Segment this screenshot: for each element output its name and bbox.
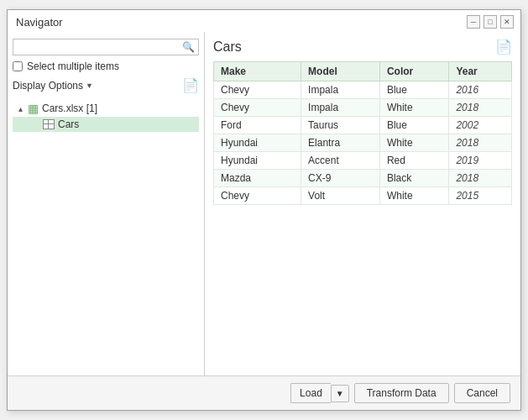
- expand-icon: ▴: [16, 104, 24, 113]
- tree-area: ▴ ▦ Cars.xlsx [1] Cars: [13, 100, 199, 370]
- cell-color: Red: [379, 152, 448, 170]
- display-options-button[interactable]: Display Options ▼: [13, 80, 93, 92]
- right-header: Cars 📄: [213, 39, 512, 55]
- minimize-button[interactable]: ─: [467, 15, 480, 29]
- cell-year: 2015: [449, 187, 512, 205]
- table-row: FordTaurusBlue2002: [214, 117, 512, 134]
- navigator-window: Navigator ─ □ ✕ 🔍 Select multiple items …: [7, 9, 521, 411]
- cell-color: Blue: [379, 117, 448, 134]
- right-panel: Cars 📄 Make Model Color Year ChevyImpala…: [205, 32, 520, 375]
- main-content: 🔍 Select multiple items Display Options …: [8, 32, 520, 375]
- col-color: Color: [379, 62, 448, 81]
- select-multiple-row: Select multiple items: [13, 60, 199, 72]
- search-icon[interactable]: 🔍: [182, 41, 195, 53]
- cell-year: 2019: [449, 152, 512, 170]
- tree-item-cars[interactable]: Cars: [13, 117, 199, 132]
- title-bar: Navigator ─ □ ✕: [8, 10, 520, 32]
- cell-model: Elantra: [301, 134, 380, 152]
- load-button[interactable]: Load: [290, 383, 331, 403]
- cell-color: White: [379, 187, 448, 205]
- cell-color: Black: [379, 170, 448, 187]
- table-row: ChevyVoltWhite2015: [214, 187, 512, 205]
- cell-make: Chevy: [214, 187, 301, 205]
- window-title: Navigator: [16, 16, 63, 29]
- cell-color: White: [379, 99, 448, 117]
- table-row: MazdaCX-9Black2018: [214, 170, 512, 187]
- cars-label: Cars: [58, 118, 79, 130]
- cell-model: CX-9: [301, 170, 380, 187]
- cell-color: Blue: [379, 81, 448, 99]
- table-header-row: Make Model Color Year: [214, 62, 512, 81]
- table-row: ChevyImpalaBlue2016: [214, 81, 512, 99]
- load-button-group: Load ▼: [290, 383, 349, 403]
- cell-model: Accent: [301, 152, 380, 170]
- left-panel: 🔍 Select multiple items Display Options …: [8, 32, 205, 375]
- page-icon[interactable]: 📄: [182, 77, 199, 93]
- cell-make: Chevy: [214, 81, 301, 99]
- col-make: Make: [214, 62, 301, 81]
- cell-model: Impala: [301, 81, 380, 99]
- transform-data-button[interactable]: Transform Data: [354, 383, 449, 403]
- cell-year: 2002: [449, 117, 512, 134]
- cell-make: Mazda: [214, 170, 301, 187]
- cell-model: Volt: [301, 187, 380, 205]
- tree-file-node[interactable]: ▴ ▦ Cars.xlsx [1]: [13, 100, 199, 117]
- cell-make: Chevy: [214, 99, 301, 117]
- right-page-icon[interactable]: 📄: [495, 39, 512, 55]
- table-title: Cars: [213, 39, 242, 55]
- col-model: Model: [301, 62, 380, 81]
- cell-year: 2018: [449, 99, 512, 117]
- cancel-button[interactable]: Cancel: [454, 383, 510, 403]
- data-table: Make Model Color Year ChevyImpalaBlue201…: [213, 61, 512, 205]
- select-multiple-checkbox[interactable]: [13, 61, 23, 71]
- cell-make: Ford: [214, 117, 301, 134]
- search-box: 🔍: [13, 39, 199, 55]
- title-controls: ─ □ ✕: [467, 15, 514, 29]
- table-row: HyundaiAccentRed2019: [214, 152, 512, 170]
- cell-model: Taurus: [301, 117, 380, 134]
- cell-year: 2018: [449, 134, 512, 152]
- col-year: Year: [449, 62, 512, 81]
- close-button[interactable]: ✕: [500, 15, 514, 29]
- table-icon: [43, 119, 55, 129]
- cell-make: Hyundai: [214, 134, 301, 152]
- cell-year: 2018: [449, 170, 512, 187]
- select-multiple-label: Select multiple items: [27, 60, 119, 72]
- cell-color: White: [379, 134, 448, 152]
- maximize-button[interactable]: □: [484, 15, 497, 29]
- table-row: HyundaiElantraWhite2018: [214, 134, 512, 152]
- file-node-label: Cars.xlsx [1]: [42, 102, 97, 114]
- display-options-text: Display Options: [13, 80, 83, 92]
- file-icon: ▦: [28, 102, 39, 115]
- search-input[interactable]: [17, 41, 182, 53]
- footer: Load ▼ Transform Data Cancel: [8, 375, 520, 410]
- display-options-arrow: ▼: [86, 81, 93, 90]
- cell-model: Impala: [301, 99, 380, 117]
- cell-year: 2016: [449, 81, 512, 99]
- cell-make: Hyundai: [214, 152, 301, 170]
- display-options-row: Display Options ▼ 📄: [13, 77, 199, 93]
- table-row: ChevyImpalaWhite2018: [214, 99, 512, 117]
- load-dropdown-button[interactable]: ▼: [331, 385, 349, 402]
